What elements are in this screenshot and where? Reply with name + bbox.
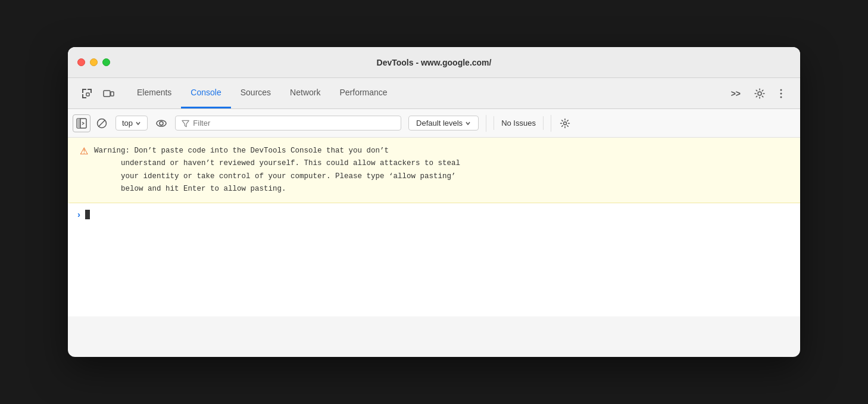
filter-input[interactable] <box>193 119 395 128</box>
svg-rect-6 <box>86 93 89 96</box>
tabs-right-icons <box>745 78 795 108</box>
console-settings-icon[interactable] <box>556 114 574 132</box>
warning-message: ⚠ Warning: Don’t paste code into the Dev… <box>68 138 800 203</box>
svg-point-21 <box>563 122 566 125</box>
tab-icon-group <box>73 78 123 108</box>
tabs-list: Elements Console Sources Network Perform… <box>127 78 726 108</box>
tab-sources[interactable]: Sources <box>231 78 280 108</box>
svg-line-17 <box>99 120 105 126</box>
titlebar: DevTools - www.google.com/ <box>68 47 800 78</box>
warning-text: Warning: Don’t paste code into the DevTo… <box>94 145 460 195</box>
maximize-button[interactable] <box>102 58 110 66</box>
tab-network[interactable]: Network <box>280 78 330 108</box>
svg-point-19 <box>160 122 163 125</box>
sidebar-toggle-button[interactable] <box>73 114 90 132</box>
svg-rect-3 <box>90 89 92 93</box>
chevron-down-icon <box>465 120 471 126</box>
tab-console[interactable]: Console <box>181 78 230 108</box>
console-content: ⚠ Warning: Don’t paste code into the Dev… <box>68 138 800 316</box>
tab-performance[interactable]: Performance <box>330 78 396 108</box>
live-expressions-icon[interactable] <box>152 114 170 132</box>
filter-input-wrap[interactable] <box>175 116 401 130</box>
devtools-window: DevTools - www.google.com/ <box>68 47 800 357</box>
warning-icon: ⚠ <box>80 145 88 195</box>
separator2 <box>551 115 551 132</box>
inspect-element-icon[interactable] <box>77 84 96 103</box>
more-options-icon[interactable] <box>772 84 791 103</box>
close-button[interactable] <box>77 58 85 66</box>
svg-rect-1 <box>82 89 83 93</box>
prompt-chevron: › <box>77 209 80 219</box>
svg-point-11 <box>780 92 782 94</box>
filter-icon <box>182 119 189 128</box>
svg-point-9 <box>758 92 761 95</box>
window-title: DevTools - www.google.com/ <box>377 58 492 67</box>
tabs-bar: Elements Console Sources Network Perform… <box>68 78 800 109</box>
clear-console-button[interactable] <box>93 114 111 132</box>
console-toolbar: top Default levels <box>68 109 800 138</box>
tab-elements[interactable]: Elements <box>127 78 181 108</box>
console-prompt[interactable]: › <box>68 203 800 225</box>
separator <box>486 115 486 132</box>
no-issues-button[interactable]: No Issues <box>494 116 544 130</box>
default-levels-button[interactable]: Default levels <box>408 116 479 130</box>
tabs-overflow-button[interactable]: >> <box>726 78 745 108</box>
settings-icon[interactable] <box>750 84 769 103</box>
svg-rect-14 <box>77 119 80 128</box>
minimize-button[interactable] <box>90 58 98 66</box>
svg-marker-20 <box>182 120 189 126</box>
device-toggle-icon[interactable] <box>99 84 118 103</box>
context-selector[interactable]: top <box>115 116 148 130</box>
svg-rect-8 <box>111 92 114 96</box>
svg-point-10 <box>780 89 782 91</box>
traffic-lights <box>77 58 110 66</box>
prompt-cursor <box>85 210 90 219</box>
svg-point-12 <box>780 96 782 98</box>
svg-rect-5 <box>82 94 83 98</box>
svg-rect-7 <box>104 91 110 97</box>
